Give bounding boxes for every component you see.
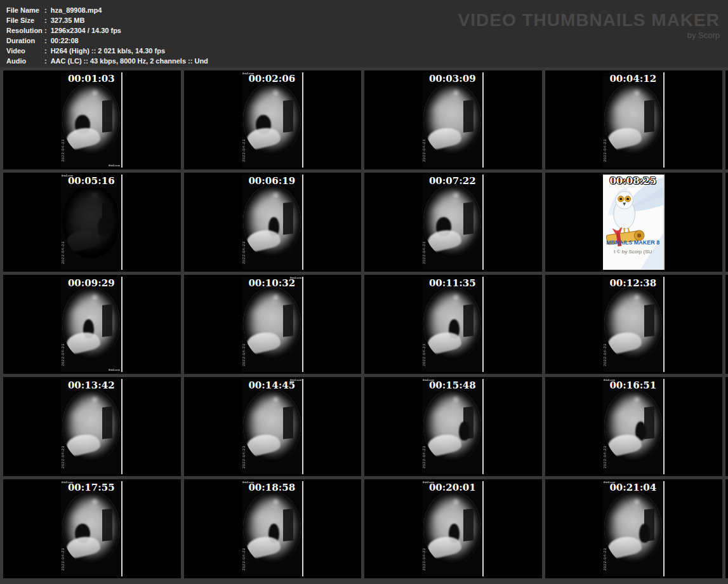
app-logo-subtitle: by Scorp <box>458 30 720 40</box>
camera-date-overlay: 2022-04-23 <box>62 343 65 366</box>
thumbnail-cell: 2022-04-23thtx2.com00:20:01 <box>364 479 542 578</box>
thumbnail-timestamp: 00:08:25 <box>609 175 656 187</box>
meta-value: 1296x2304 / 14.30 fps <box>51 27 121 34</box>
camera-date-overlay: 2022-04-23 <box>604 343 607 366</box>
fisheye-image <box>62 185 120 258</box>
person-figure <box>75 524 90 543</box>
meta-label: Duration <box>6 36 44 46</box>
file-metadata: File Name:hza_89908.mp4File Size:327.35 … <box>6 5 208 66</box>
person-figure <box>98 217 109 236</box>
video-frame: 2022-04-23thtx2.com00:21:04 <box>603 481 665 576</box>
camera-date-overlay: 2022-04-23 <box>242 446 246 468</box>
thumbnail-timestamp: 00:14:45 <box>248 380 295 391</box>
camera-date-overlay: 2022-04-23 <box>62 139 65 162</box>
thumbnail-cell: 2022-04-23thtx2.com00:17:55 <box>3 479 181 578</box>
fisheye-image <box>423 389 481 463</box>
logo-caption: MBNAILS MAKER 8 <box>603 239 663 246</box>
thumbnail-timestamp: 00:01:03 <box>68 73 115 84</box>
thumbnail-cell: MBNAILS MAKER 8t © by Scorp (SU00:08:25 <box>545 173 723 272</box>
thumbnail-cell: 2022-04-23thtx2.com00:16:51 <box>545 377 723 476</box>
app-logo: VIDEO THUMBNAILS MAKER by Scorp <box>458 10 720 40</box>
camera-date-overlay: 2022-04-23 <box>242 241 246 264</box>
fisheye-image <box>423 287 481 361</box>
meta-label: Audio <box>6 56 44 66</box>
thumbnail-cell: 2022-04-2300:06:19 <box>184 173 362 272</box>
thumbnail-cell: 2022-04-23thtx2.com00:10:32 <box>184 275 362 374</box>
thumbnail-grid: 2022-04-23thtx2.com00:01:032022-04-23tht… <box>0 67 728 584</box>
meta-row: File Size:327.35 MB <box>6 15 208 25</box>
camera-date-overlay: 2022-04-23 <box>604 548 607 571</box>
meta-row: Audio:AAC (LC) :: 43 kbps, 8000 Hz, 2 ch… <box>6 56 208 66</box>
meta-separator: : <box>44 56 47 66</box>
thumbnail-timestamp: 00:11:35 <box>429 277 476 289</box>
video-frame: 2022-04-23thtx2.com00:16:51 <box>603 379 665 474</box>
fisheye-image <box>243 83 301 156</box>
video-frame: 2022-04-2300:07:22 <box>422 175 484 270</box>
meta-value: AAC (LC) :: 43 kbps, 8000 Hz, 2 channels… <box>51 57 208 65</box>
thumbnail-timestamp: 00:09:29 <box>68 277 115 289</box>
fisheye-image <box>243 389 301 463</box>
meta-row: Video:H264 (High) :: 2 021 kb/s, 14.30 f… <box>6 46 208 56</box>
meta-value: 327.35 MB <box>51 17 85 24</box>
person-figure <box>75 115 90 134</box>
thumbnail-timestamp: 00:05:16 <box>68 175 115 187</box>
video-frame: 2022-04-23thtx2.com00:02:06 <box>242 72 303 168</box>
meta-label: File Name <box>6 5 44 15</box>
person-figure <box>268 524 279 543</box>
meta-label: Video <box>6 46 44 56</box>
meta-separator: : <box>44 25 47 36</box>
meta-value: hza_89908.mp4 <box>51 6 102 14</box>
thumbnail-cell: 2022-04-23thtx2.com00:18:58 <box>184 479 362 578</box>
person-figure <box>639 524 650 543</box>
video-frame: 2022-04-23thtx2.com00:15:48 <box>422 379 484 474</box>
app-logo-title: VIDEO THUMBNAILS MAKER <box>458 10 720 30</box>
grid-edge-sliver <box>725 377 728 476</box>
fisheye-image <box>604 83 662 156</box>
meta-label: File Size <box>6 15 44 25</box>
header: File Name:hza_89908.mp4File Size:327.35 … <box>0 0 728 67</box>
person-figure <box>635 421 646 441</box>
camera-date-overlay: 2022-04-23 <box>62 241 65 264</box>
camera-date-overlay: 2022-04-23 <box>423 548 426 571</box>
video-frame: 2022-04-23thtx2.com00:17:55 <box>61 481 122 576</box>
meta-row: Duration:00:22:08 <box>6 36 208 46</box>
person-figure <box>449 319 460 338</box>
person-figure <box>459 421 470 441</box>
thumbnail-timestamp: 00:20:01 <box>429 482 476 493</box>
fisheye-image <box>423 83 481 156</box>
grid-edge-sliver <box>725 173 728 272</box>
thumbnail-timestamp: 00:16:51 <box>609 380 656 391</box>
thumbnail-cell: 2022-04-23thtx2.com00:01:03 <box>3 70 181 169</box>
vtm-owl-logo-icon <box>603 175 663 270</box>
person-figure <box>449 524 460 543</box>
thumbnail-timestamp: 00:12:38 <box>609 277 656 289</box>
fisheye-image <box>604 287 662 361</box>
meta-label: Resolution <box>6 25 44 36</box>
fisheye-image <box>62 389 120 463</box>
meta-separator: : <box>44 15 47 25</box>
grid-edge-sliver <box>725 70 728 169</box>
video-frame: 2022-04-23thtx2.com00:18:58 <box>242 481 303 576</box>
video-frame: 2022-04-23thtx2.com00:01:03 <box>61 72 122 168</box>
video-frame: 2022-04-2300:12:38 <box>603 277 665 372</box>
video-frame: 2022-04-23thtx2.com00:14:45 <box>242 379 303 474</box>
fisheye-image <box>243 185 301 258</box>
video-frame: 2022-04-2300:04:12 <box>603 72 665 168</box>
thumbnail-timestamp: 00:07:22 <box>429 175 476 187</box>
fisheye-image <box>604 389 662 463</box>
thumbnail-cell: 2022-04-23thtx2.com00:14:45 <box>184 377 362 476</box>
fisheye-image <box>423 491 481 565</box>
fisheye-image <box>243 491 301 565</box>
thumbnail-cell: 2022-04-23thtx2.com00:09:29 <box>3 275 181 374</box>
meta-separator: : <box>44 46 47 56</box>
person-figure <box>83 319 94 338</box>
camera-date-overlay: 2022-04-23 <box>604 446 607 468</box>
meta-separator: : <box>44 5 47 15</box>
camera-date-overlay: 2022-04-23 <box>423 446 426 468</box>
logo-copyright: t © by Scorp (SU <box>603 249 663 255</box>
thumbnail-timestamp: 00:04:12 <box>609 73 656 84</box>
camera-date-overlay: 2022-04-23 <box>423 343 426 366</box>
thumbnail-cell: 2022-04-2300:11:35 <box>364 275 542 374</box>
thumbnail-cell: 2022-04-23thtx2.com00:02:06 <box>184 70 362 169</box>
camera-date-overlay: 2022-04-23 <box>423 241 426 264</box>
